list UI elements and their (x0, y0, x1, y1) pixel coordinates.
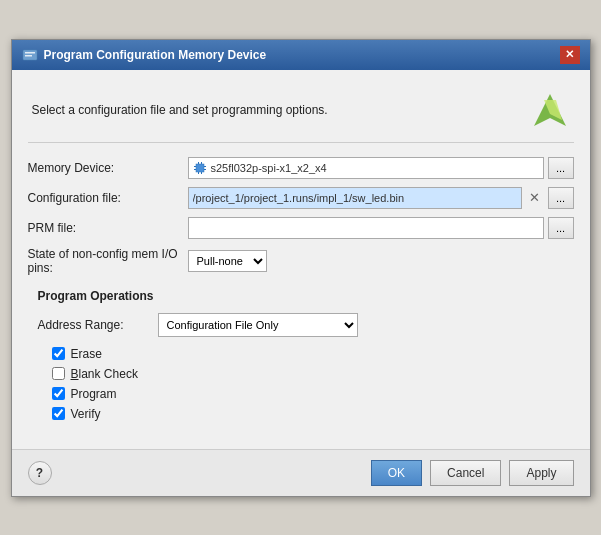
help-button[interactable]: ? (28, 461, 52, 485)
erase-label: Erase (71, 347, 102, 361)
program-ops-title: Program Operations (38, 289, 574, 303)
erase-checkbox[interactable] (52, 347, 65, 360)
svg-rect-1 (25, 52, 35, 54)
info-text: Select a configuration file and set prog… (32, 103, 328, 117)
program-checkbox[interactable] (52, 387, 65, 400)
config-file-row: ✕ ... (188, 187, 574, 209)
verify-checkbox[interactable] (52, 407, 65, 420)
prm-file-input[interactable] (188, 217, 544, 239)
footer-left: ? (28, 461, 52, 485)
address-range-row: Address Range: Configuration File Only E… (38, 313, 574, 337)
ok-button[interactable]: OK (371, 460, 422, 486)
prm-file-browse-button[interactable]: ... (548, 217, 574, 239)
title-bar: Program Configuration Memory Device ✕ (12, 40, 590, 70)
program-label: Program (71, 387, 117, 401)
blank-check-checkbox[interactable] (52, 367, 65, 380)
svg-rect-10 (201, 162, 202, 164)
apply-button[interactable]: Apply (509, 460, 573, 486)
close-button[interactable]: ✕ (560, 46, 580, 64)
footer-right: OK Cancel Apply (371, 460, 574, 486)
memory-device-browse-button[interactable]: ... (548, 157, 574, 179)
memory-device-label: Memory Device: (28, 161, 188, 175)
verify-label: Verify (71, 407, 101, 421)
program-row: Program (38, 387, 574, 401)
svg-rect-7 (204, 166, 206, 167)
window-title: Program Configuration Memory Device (44, 48, 267, 62)
blank-check-row: Blank Check (38, 367, 574, 381)
window-icon (22, 47, 38, 63)
config-file-input[interactable] (188, 187, 522, 209)
config-file-clear-button[interactable]: ✕ (526, 189, 544, 207)
svg-rect-12 (201, 172, 202, 174)
chip-icon (193, 161, 207, 175)
state-dropdown[interactable]: Pull-none Pull-up Pull-down Float (188, 250, 267, 272)
dialog-footer: ? OK Cancel Apply (12, 449, 590, 496)
title-bar-left: Program Configuration Memory Device (22, 47, 267, 63)
address-range-label: Address Range: (38, 318, 148, 332)
svg-rect-8 (204, 169, 206, 170)
svg-rect-5 (194, 166, 196, 167)
svg-rect-9 (198, 162, 199, 164)
memory-device-value: s25fl032p-spi-x1_x2_x4 (211, 162, 539, 174)
verify-row: Verify (38, 407, 574, 421)
memory-device-input: s25fl032p-spi-x1_x2_x4 (188, 157, 544, 179)
svg-rect-2 (25, 55, 32, 57)
program-ops-section: Program Operations Address Range: Config… (28, 289, 574, 421)
prm-file-row: ... (188, 217, 574, 239)
svg-rect-11 (198, 172, 199, 174)
erase-row: Erase (38, 347, 574, 361)
info-section: Select a configuration file and set prog… (28, 82, 574, 143)
config-file-browse-button[interactable]: ... (548, 187, 574, 209)
state-label: State of non-config mem I/O pins: (28, 247, 188, 275)
prm-file-label: PRM file: (28, 221, 188, 235)
dialog-window: Program Configuration Memory Device ✕ Se… (11, 39, 591, 497)
dialog-body: Select a configuration file and set prog… (12, 70, 590, 439)
svg-rect-6 (194, 169, 196, 170)
state-dropdown-row: Pull-none Pull-up Pull-down Float (188, 250, 574, 272)
address-range-dropdown[interactable]: Configuration File Only Entire Configura… (158, 313, 358, 337)
logo-icon (530, 90, 570, 130)
config-file-label: Configuration file: (28, 191, 188, 205)
blank-check-label: Blank Check (71, 367, 138, 381)
form-grid: Memory Device: s25fl032p-spi-x1_x2_ (28, 157, 574, 275)
memory-device-row: s25fl032p-spi-x1_x2_x4 ... (188, 157, 574, 179)
cancel-button[interactable]: Cancel (430, 460, 501, 486)
svg-rect-4 (196, 164, 204, 172)
